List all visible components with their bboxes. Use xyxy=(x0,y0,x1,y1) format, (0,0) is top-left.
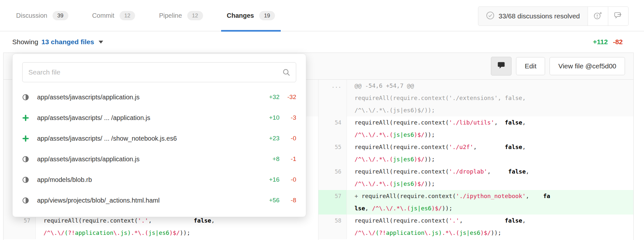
tab-label: Discussion xyxy=(16,12,47,19)
discussions-widget: 33/68 discussions resolved xyxy=(478,6,629,26)
lines-added-total: +112 xyxy=(593,38,608,46)
changed-file-item[interactable]: app/assets/javascripts/ ... /application… xyxy=(22,107,296,128)
check-circle-icon xyxy=(486,11,494,21)
code-line: requireAll(require.context('./lib/utils'… xyxy=(347,116,633,141)
diff-row-new-56: 56requireAll(require.context('./droplab'… xyxy=(318,165,633,190)
tab-changes[interactable]: Changes19 xyxy=(227,0,275,31)
tab-label: Pipeline xyxy=(159,12,182,19)
chevron-down-icon xyxy=(99,41,103,44)
line-number[interactable]: 54 xyxy=(318,116,347,141)
file-modified-icon xyxy=(22,94,37,101)
file-name: app/assets/javascripts/application.js xyxy=(37,155,261,163)
line-number[interactable]: 56 xyxy=(318,165,347,190)
diff-row-new-54: 54requireAll(require.context('./lib/util… xyxy=(318,116,633,141)
file-name: app/assets/javascripts/ ... /show_notebo… xyxy=(37,135,261,142)
file-lines-removed: -1 xyxy=(279,155,296,163)
file-modified-icon xyxy=(22,156,37,163)
file-modified-icon xyxy=(22,197,37,204)
diff-pane-new: ...@@ -54,6 +54,7 @@requireAll(require.c… xyxy=(318,80,633,240)
code-line: requireAll(require.context('.', false,/^… xyxy=(36,215,318,239)
tab-count-badge: 12 xyxy=(187,11,203,20)
tab-label: Commit xyxy=(92,12,114,19)
toggle-comments-button[interactable] xyxy=(491,57,512,75)
tab-discussion[interactable]: Discussion39 xyxy=(16,0,68,31)
file-name: app/models/blob.rb xyxy=(37,176,261,184)
changed-files-list: app/assets/javascripts/application.js+32… xyxy=(22,87,296,211)
file-lines-added: +23 xyxy=(261,135,279,142)
file-modified-icon xyxy=(22,176,37,183)
file-name: app/assets/javascripts/ ... /application… xyxy=(37,114,261,122)
file-lines-removed: -32 xyxy=(279,94,296,101)
discussions-resolved-label: 33/68 discussions resolved xyxy=(499,12,580,20)
file-lines-removed: -0 xyxy=(279,135,296,142)
tab-count-badge: 39 xyxy=(53,11,68,20)
diff-row-new-match: ...@@ -54,6 +54,7 @@requireAll(require.c… xyxy=(318,80,633,116)
edit-button[interactable]: Edit xyxy=(516,57,545,75)
tab-pipeline[interactable]: Pipeline12 xyxy=(159,0,203,31)
code-line: requireAll(require.context('./droplab', … xyxy=(347,165,633,190)
file-name: app/views/projects/blob/_actions.html.ha… xyxy=(37,197,261,204)
view-file-button[interactable]: View file @cef5d00 xyxy=(550,57,625,75)
file-lines-removed: -0 xyxy=(279,176,296,183)
tab-commit[interactable]: Commit12 xyxy=(92,0,135,31)
tab-count-badge: 12 xyxy=(120,11,135,20)
resolve-in-new-issue-icon xyxy=(593,11,602,21)
changed-file-item[interactable]: app/assets/javascripts/application.js+32… xyxy=(22,87,296,107)
changed-file-item[interactable]: app/assets/javascripts/ ... /show_notebo… xyxy=(22,128,296,149)
jump-to-next-discussion-button[interactable] xyxy=(608,6,629,26)
resolve-in-new-issue-button[interactable] xyxy=(588,6,608,26)
file-lines-added: +32 xyxy=(261,94,279,101)
jump-to-next-discussion-icon xyxy=(614,11,623,21)
file-added-icon xyxy=(22,115,37,121)
code-line: @@ -54,6 +54,7 @@requireAll(require.cont… xyxy=(347,80,633,116)
discussions-resolved-counter: 33/68 discussions resolved xyxy=(478,6,588,26)
diff-stat-totals: +112 -82 xyxy=(593,38,623,46)
file-lines-removed: -8 xyxy=(279,197,296,204)
changed-file-item[interactable]: app/models/blob.rb+16-0 xyxy=(22,169,296,190)
file-lines-added: +8 xyxy=(261,155,279,163)
code-line: requireAll(require.context('./u2f', fals… xyxy=(347,141,633,165)
line-number[interactable]: 57 xyxy=(4,215,36,239)
diff-row-new-55: 55requireAll(require.context('./u2f', fa… xyxy=(318,141,633,165)
line-number[interactable]: 58 xyxy=(318,215,347,239)
tab-label: Changes xyxy=(227,12,254,19)
file-lines-added: +16 xyxy=(261,176,279,183)
search-file-input[interactable] xyxy=(22,62,296,82)
diff-row-old-57: 57requireAll(require.context('.', false,… xyxy=(4,215,318,239)
code-line: requireAll(require.context('.', false,/^… xyxy=(347,215,633,239)
changed-files-dropdown-toggle[interactable]: 13 changed files xyxy=(42,38,94,46)
expand-lines-control: ... xyxy=(318,80,347,116)
line-number[interactable]: 55 xyxy=(318,141,347,165)
showing-label: Showing xyxy=(12,38,38,46)
changed-file-item[interactable]: app/views/projects/blob/_actions.html.ha… xyxy=(22,190,296,211)
code-line: + requireAll(require.context('./ipython_… xyxy=(347,190,633,215)
file-name: app/assets/javascripts/application.js xyxy=(37,94,261,101)
comment-icon xyxy=(497,61,505,71)
file-added-icon xyxy=(22,135,37,142)
diff-stats-bar: Showing 13 changed files +112 -82 xyxy=(0,31,644,53)
file-lines-added: +10 xyxy=(261,114,279,121)
line-number[interactable]: 57 xyxy=(318,190,347,215)
search-icon xyxy=(282,68,290,78)
file-lines-removed: -3 xyxy=(279,114,296,121)
lines-removed-total: -82 xyxy=(613,38,623,46)
tab-count-badge: 19 xyxy=(259,11,275,20)
file-lines-added: +56 xyxy=(261,197,279,204)
diff-row-new-57: 57+ requireAll(require.context('./ipytho… xyxy=(318,190,633,215)
changed-file-item[interactable]: app/assets/javascripts/application.js+8-… xyxy=(22,149,296,169)
changed-files-dropdown: app/assets/javascripts/application.js+32… xyxy=(12,54,306,217)
diff-row-new-58: 58requireAll(require.context('.', false,… xyxy=(318,215,633,239)
